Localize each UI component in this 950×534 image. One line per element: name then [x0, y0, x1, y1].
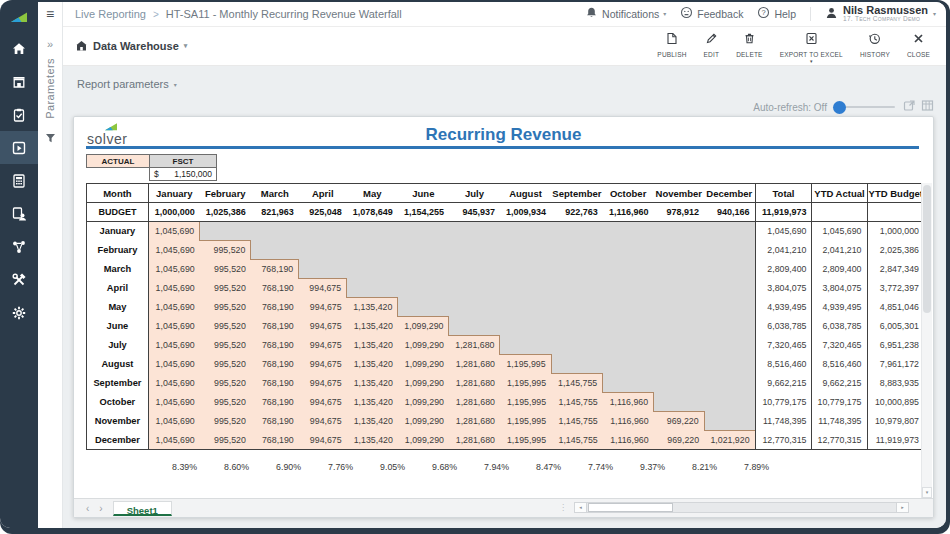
scroll-down-icon[interactable]: ▾ — [922, 487, 932, 498]
expand-panel-icon[interactable]: » — [47, 38, 53, 50]
row-label: January — [87, 222, 149, 241]
slider-knob[interactable] — [833, 101, 846, 114]
report-area: Report parameters ▾ Auto-refresh: Off so… — [63, 66, 946, 528]
table-cell: 994,675 — [299, 355, 347, 374]
table-cell: 995,520 — [200, 336, 251, 355]
gear-icon[interactable] — [0, 296, 38, 329]
data-source-selector[interactable]: Data Warehouse ▾ — [75, 39, 187, 54]
table-cell: 1,045,690 — [148, 298, 199, 317]
table-cell — [551, 298, 603, 317]
horizontal-scrollbar[interactable]: ◂ ▸ — [574, 502, 909, 513]
row-label: November — [87, 412, 149, 431]
report-viewer-icon[interactable] — [0, 131, 38, 164]
column-header: YTD Budget — [867, 184, 924, 203]
ytd-budget-cell: 10,000,895 — [867, 393, 924, 412]
column-header: October — [603, 184, 654, 203]
calculator-icon[interactable] — [0, 164, 38, 197]
table-cell — [500, 317, 551, 336]
ytd-budget-cell: 1,000,000 — [867, 222, 924, 241]
sheet-tab-bar: ‹ › Sheet1 ⋮ ◂ ▸ — [74, 498, 933, 517]
vertical-scrollbar-thumb[interactable] — [923, 185, 931, 313]
table-cell: 995,520 — [200, 393, 251, 412]
month-row: July1,045,690995,520768,190994,6751,135,… — [87, 336, 925, 355]
feedback-button[interactable]: Feedback — [680, 6, 743, 21]
tools-icon[interactable] — [0, 263, 38, 296]
table-cell: 768,190 — [251, 298, 299, 317]
table-cell — [398, 260, 449, 279]
total-cell: 11,748,395 — [755, 412, 812, 431]
table-cell — [398, 298, 449, 317]
parameters-label[interactable]: Parameters — [44, 58, 56, 119]
row-label: February — [87, 241, 149, 260]
sheet-tab[interactable]: Sheet1 — [113, 501, 172, 516]
prev-sheet-icon[interactable]: ‹ — [86, 503, 89, 514]
publish-button[interactable]: PUBLISH — [657, 29, 686, 58]
table-cell — [704, 222, 755, 241]
table-cell: 994,675 — [299, 431, 347, 450]
row-label: April — [87, 279, 149, 298]
notifications-button[interactable]: Notifications ▾ — [585, 6, 666, 21]
delete-button[interactable]: DELETE — [736, 29, 763, 58]
help-icon: ? — [757, 6, 770, 21]
user-menu[interactable]: Nils Rasmussen 17. Tech Company Demo ▾ — [825, 5, 936, 23]
table-cell: 994,675 — [299, 393, 347, 412]
auto-refresh-slider[interactable] — [835, 106, 895, 108]
budget-cell: 1,078,649 — [347, 203, 398, 222]
help-button[interactable]: ? Help — [757, 6, 796, 21]
scroll-right-icon[interactable]: ▸ — [896, 503, 908, 512]
clipboard-check-icon[interactable] — [0, 98, 38, 131]
report-parameters-toggle[interactable]: Report parameters ▾ — [77, 78, 177, 90]
table-cell: 995,520 — [200, 298, 251, 317]
table-cell — [603, 222, 654, 241]
percent-value: 7.76% — [306, 462, 358, 472]
divider — [810, 7, 811, 21]
table-cell: 969,220 — [654, 412, 704, 431]
scroll-left-icon[interactable]: ◂ — [575, 503, 587, 512]
column-header: March — [251, 184, 299, 203]
close-button[interactable]: CLOSE — [907, 29, 930, 58]
popout-icon[interactable] — [903, 98, 916, 116]
total-cell: 2,809,400 — [755, 260, 812, 279]
nodes-icon[interactable] — [0, 230, 38, 263]
row-label: December — [87, 431, 149, 450]
month-row: August1,045,690995,520768,190994,6751,13… — [87, 355, 925, 374]
table-cell — [398, 241, 449, 260]
table-cell: 1,281,680 — [449, 393, 500, 412]
next-sheet-icon[interactable]: › — [99, 503, 102, 514]
report-card: solver Recurring Revenue ACTUAL FSCT $ 1… — [73, 116, 934, 518]
excel-button[interactable]: EXPORT TO EXCEL▾ — [780, 29, 843, 63]
chevron-down-icon: ▾ — [810, 60, 813, 63]
table-cell: 1,045,690 — [148, 279, 199, 298]
vertical-scrollbar[interactable]: ▾ — [921, 183, 932, 498]
ytd-actual-cell: 9,662,215 — [812, 374, 867, 393]
grid-view-icon[interactable] — [921, 98, 934, 116]
user-org: 17. Tech Company Demo — [843, 16, 928, 23]
total-cell: 1,045,690 — [755, 222, 812, 241]
menu-icon[interactable]: ≡ — [46, 6, 54, 22]
month-row: March1,045,690995,520768,1902,809,4002,8… — [87, 260, 925, 279]
table-cell — [551, 222, 603, 241]
breadcrumb-root[interactable]: Live Reporting — [75, 8, 146, 20]
table-cell: 1,116,960 — [603, 393, 654, 412]
total-cell: 12,770,315 — [755, 431, 812, 450]
budget-cell: 1,009,934 — [500, 203, 551, 222]
table-cell: 1,116,960 — [603, 431, 654, 450]
edit-button[interactable]: EDIT — [704, 29, 720, 58]
ytd-actual-cell: 2,809,400 — [812, 260, 867, 279]
document-user-icon[interactable] — [0, 197, 38, 230]
total-cell: 4,939,495 — [755, 298, 812, 317]
column-header: November — [654, 184, 704, 203]
filter-icon[interactable] — [45, 129, 56, 147]
home-icon[interactable] — [0, 32, 38, 65]
solver-logo-icon — [0, 2, 38, 32]
percent-value: 7.89% — [722, 462, 774, 472]
table-cell: 1,195,995 — [500, 355, 551, 374]
table-cell — [449, 241, 500, 260]
table-cell — [654, 355, 704, 374]
table-cell: 1,116,960 — [603, 412, 654, 431]
history-button[interactable]: HISTORY — [860, 29, 890, 58]
storefront-icon[interactable] — [0, 65, 38, 98]
table-cell — [449, 298, 500, 317]
budget-cell: 925,048 — [299, 203, 347, 222]
horizontal-scrollbar-thumb[interactable] — [588, 503, 673, 512]
